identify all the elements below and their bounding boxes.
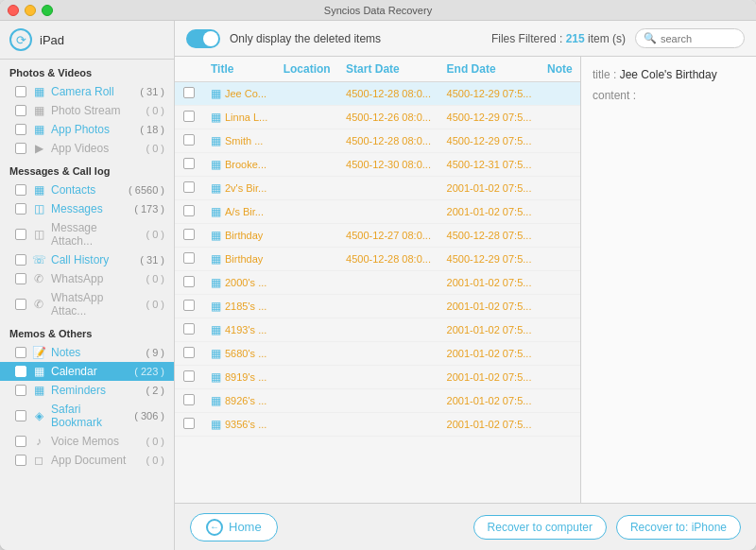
sidebar-item-app-videos: ▶ App Videos ( 0 )	[0, 139, 174, 158]
table-row[interactable]: ▦ 8926's ... 2001-01-02 07:5...	[175, 389, 580, 413]
recover-computer-button[interactable]: Recover to computer	[473, 515, 607, 540]
recover-iphone-button[interactable]: Recover to: iPhone	[616, 515, 741, 540]
search-box[interactable]: 🔍	[635, 28, 745, 48]
contacts-checkbox[interactable]	[15, 184, 26, 196]
detail-content-row: content :	[593, 89, 745, 102]
section-messages-header: Messages & Call log	[0, 158, 174, 180]
table-row[interactable]: ▦ 2185's ... 2001-01-02 07:5...	[175, 295, 580, 318]
message-attach-label: Message Attach...	[51, 221, 140, 248]
table-row[interactable]: ▦ 4193's ... 2001-01-02 07:5...	[175, 318, 580, 342]
data-table-container[interactable]: Title Location Start Date End Date Note …	[175, 57, 581, 503]
table-row[interactable]: ▦ A/s Bir... 2001-01-02 07:5...	[175, 200, 580, 224]
table-row[interactable]: ▦ Brooke... 4500-12-30 08:0... 4500-12-3…	[175, 153, 580, 177]
sidebar-item-call-history[interactable]: ☏ Call History ( 31 )	[0, 250, 174, 269]
table-row[interactable]: ▦ 5680's ... 2001-01-02 07:5...	[175, 342, 580, 366]
sidebar-item-notes[interactable]: 📝 Notes ( 9 )	[0, 343, 174, 362]
row-title-12: ▦ 8919's ...	[203, 366, 276, 388]
row-check-7[interactable]	[175, 248, 203, 271]
bottom-bar: ← Home Recover to computer Recover to: i…	[175, 503, 756, 550]
row-end-date-10: 2001-01-02 07:5...	[439, 318, 541, 342]
sidebar-item-whatsapp: ✆ WhatsApp ( 0 )	[0, 269, 174, 288]
row-end-date-1: 4500-12-29 07:5...	[439, 106, 541, 129]
row-check-12[interactable]	[175, 366, 203, 389]
row-check-14[interactable]	[175, 413, 203, 437]
row-location-7	[276, 248, 338, 271]
row-start-date-1: 4500-12-26 08:0...	[338, 106, 439, 129]
message-attach-count: ( 0 )	[146, 229, 164, 240]
sidebar-item-reminders[interactable]: ▦ Reminders ( 2 )	[0, 381, 174, 400]
row-check-3[interactable]	[175, 153, 203, 177]
row-start-date-12	[338, 366, 439, 389]
row-location-12	[276, 366, 338, 389]
close-button[interactable]	[8, 5, 19, 16]
whatsapp-attach-icon: ✆	[32, 298, 45, 311]
row-check-10[interactable]	[175, 318, 203, 342]
notes-label: Notes	[51, 346, 140, 359]
row-calendar-icon-4: ▦	[211, 181, 221, 195]
table-row[interactable]: ▦ Birthday 4500-12-28 08:0... 4500-12-29…	[175, 248, 580, 271]
table-area: Title Location Start Date End Date Note …	[175, 57, 756, 503]
app-photos-checkbox[interactable]	[15, 124, 26, 135]
calendar-label: Calendar	[51, 365, 129, 378]
row-location-3	[276, 153, 338, 177]
call-history-label: Call History	[51, 253, 134, 266]
notes-icon: 📝	[32, 346, 45, 359]
row-start-date-6: 4500-12-27 08:0...	[338, 224, 439, 248]
camera-roll-checkbox[interactable]	[15, 86, 26, 97]
row-check-0[interactable]	[175, 82, 203, 106]
safari-checkbox[interactable]	[15, 410, 26, 421]
table-row[interactable]: ▦ Linna L... 4500-12-26 08:0... 4500-12-…	[175, 106, 580, 129]
table-row[interactable]: ▦ Jee Co... 4500-12-28 08:0... 4500-12-2…	[175, 82, 580, 106]
calendar-checkbox[interactable]	[15, 366, 26, 377]
home-button[interactable]: ← Home	[190, 513, 278, 541]
row-check-5[interactable]	[175, 200, 203, 224]
row-end-date-14: 2001-01-02 07:5...	[439, 413, 541, 437]
row-title-5: ▦ A/s Bir...	[203, 200, 276, 223]
deleted-items-toggle[interactable]	[186, 29, 220, 48]
row-title-10: ▦ 4193's ...	[203, 318, 276, 341]
home-icon: ←	[206, 519, 223, 536]
table-header-row: Title Location Start Date End Date Note	[175, 57, 580, 82]
table-row[interactable]: ▦ 2v's Bir... 2001-01-02 07:5...	[175, 177, 580, 200]
whatsapp-attach-label: WhatsApp Attac...	[51, 291, 140, 318]
table-row[interactable]: ▦ 2000's ... 2001-01-02 07:5...	[175, 271, 580, 295]
whatsapp-count: ( 0 )	[146, 273, 164, 284]
row-check-8[interactable]	[175, 271, 203, 295]
row-check-4[interactable]	[175, 177, 203, 200]
sidebar-item-safari-bookmark[interactable]: ◈ Safari Bookmark ( 306 )	[0, 400, 174, 432]
reminders-checkbox[interactable]	[15, 385, 26, 396]
sidebar-item-contacts[interactable]: ▦ Contacts ( 6560 )	[0, 180, 174, 199]
messages-checkbox[interactable]	[15, 203, 26, 215]
row-calendar-icon-2: ▦	[211, 134, 221, 147]
header-check	[175, 57, 203, 82]
search-input[interactable]	[661, 33, 736, 44]
row-end-date-6: 4500-12-28 07:5...	[439, 224, 541, 248]
row-title-6: ▦ Birthday	[203, 224, 276, 247]
right-panel: Only display the deleted items Files Fil…	[175, 21, 756, 550]
table-row[interactable]: ▦ 9356's ... 2001-01-02 07:5...	[175, 413, 580, 437]
sidebar-item-camera-roll[interactable]: ▦ Camera Roll ( 31 )	[0, 82, 174, 101]
maximize-button[interactable]	[42, 5, 53, 16]
table-row[interactable]: ▦ 8919's ... 2001-01-02 07:5...	[175, 366, 580, 389]
photo-stream-count: ( 0 )	[146, 105, 164, 116]
row-title-14: ▦ 9356's ...	[203, 413, 276, 436]
row-check-6[interactable]	[175, 224, 203, 248]
row-check-13[interactable]	[175, 389, 203, 413]
row-end-date-8: 2001-01-02 07:5...	[439, 271, 541, 295]
sidebar-item-calendar[interactable]: ▦ Calendar ( 223 )	[0, 362, 174, 381]
row-check-1[interactable]	[175, 106, 203, 129]
message-attach-checkbox	[15, 229, 26, 240]
sidebar-item-messages[interactable]: ◫ Messages ( 173 )	[0, 199, 174, 218]
call-history-icon: ☏	[32, 253, 45, 266]
sidebar-item-app-photos[interactable]: ▦ App Photos ( 18 )	[0, 120, 174, 139]
row-check-2[interactable]	[175, 129, 203, 153]
device-row[interactable]: ⟳ iPad	[0, 21, 174, 60]
row-check-9[interactable]	[175, 295, 203, 318]
call-history-checkbox[interactable]	[15, 254, 26, 266]
safari-icon: ◈	[32, 409, 45, 422]
table-row[interactable]: ▦ Birthday 4500-12-27 08:0... 4500-12-28…	[175, 224, 580, 248]
row-check-11[interactable]	[175, 342, 203, 366]
table-row[interactable]: ▦ Smith ... 4500-12-28 08:0... 4500-12-2…	[175, 129, 580, 153]
minimize-button[interactable]	[25, 5, 36, 16]
notes-checkbox[interactable]	[15, 347, 26, 358]
